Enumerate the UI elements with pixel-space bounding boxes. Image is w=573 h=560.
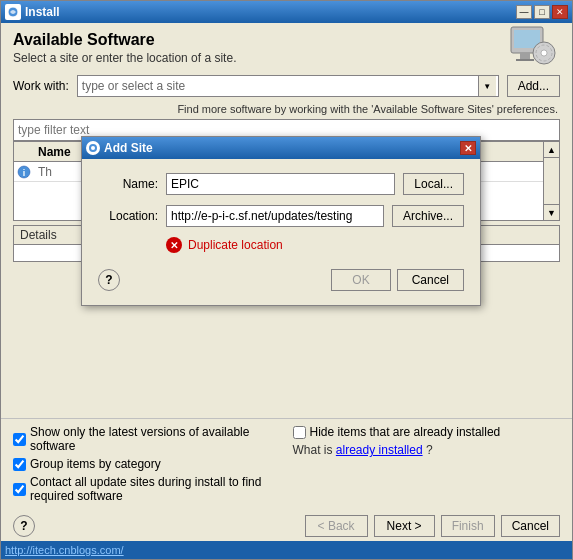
location-field-row: Location: Archive... (98, 205, 464, 227)
location-input[interactable] (166, 205, 384, 227)
svg-rect-3 (520, 53, 530, 59)
group-by-category-checkbox[interactable] (13, 458, 26, 471)
ok-button[interactable]: OK (331, 269, 390, 291)
error-message: Duplicate location (188, 238, 283, 252)
modal-body: Name: Local... Location: Archive... ✕ Du… (82, 159, 480, 305)
svg-point-11 (91, 146, 95, 150)
window-icon (5, 4, 21, 20)
left-options: Show only the latest versions of availab… (13, 425, 281, 507)
contact-sites-label: Contact all update sites during install … (30, 475, 281, 503)
options-columns: Show only the latest versions of availab… (13, 425, 560, 507)
name-input[interactable] (166, 173, 395, 195)
page-title: Available Software (13, 31, 560, 49)
page-subtitle: Select a site or enter the location of a… (13, 51, 560, 65)
right-options: Hide items that are already installed Wh… (293, 425, 561, 507)
add-site-dialog: Add Site ✕ Name: Local... Location: Arch… (81, 136, 481, 306)
close-window-button[interactable]: ✕ (552, 5, 568, 19)
scroll-down[interactable]: ▼ (544, 204, 559, 220)
window-controls: — □ ✕ (516, 5, 568, 19)
scroll-track (544, 158, 559, 204)
hide-row: Hide items that are already installed (293, 425, 561, 439)
name-field-label: Name: (98, 177, 158, 191)
combo-value: type or select a site (80, 79, 478, 93)
modal-bottom-row: ? OK Cancel (98, 265, 464, 291)
bottom-section: Show only the latest versions of availab… (1, 418, 572, 541)
checkbox-row-1: Show only the latest versions of availab… (13, 425, 281, 453)
modal-help-button[interactable]: ? (98, 269, 120, 291)
contact-update-sites-checkbox[interactable] (13, 483, 26, 496)
maximize-button[interactable]: □ (534, 5, 550, 19)
what-is-row: What is already installed ? (293, 443, 561, 457)
disk-icon (506, 25, 556, 71)
work-with-row: Work with: type or select a site ▼ Add..… (13, 75, 560, 97)
archive-button[interactable]: Archive... (392, 205, 464, 227)
hide-installed-label: Hide items that are already installed (310, 425, 501, 439)
modal-cancel-button[interactable]: Cancel (397, 269, 464, 291)
modal-title-bar: Add Site ✕ (82, 137, 480, 159)
latest-versions-label: Show only the latest versions of availab… (30, 425, 281, 453)
work-with-label: Work with: (13, 79, 69, 93)
minimize-button[interactable]: — (516, 5, 532, 19)
bottom-buttons: ? < Back Next > Finish Cancel (13, 515, 560, 537)
table-scrollbar[interactable]: ▲ ▼ (543, 142, 559, 220)
svg-rect-4 (516, 59, 534, 61)
help-button[interactable]: ? (13, 515, 35, 537)
scroll-up[interactable]: ▲ (544, 142, 559, 158)
modal-title: Add Site (104, 141, 456, 155)
location-field-label: Location: (98, 209, 158, 223)
checkbox-row-3: Contact all update sites during install … (13, 475, 281, 503)
modal-action-buttons: OK Cancel (331, 269, 464, 291)
finish-button[interactable]: Finish (441, 515, 495, 537)
name-field-row: Name: Local... (98, 173, 464, 195)
error-row: ✕ Duplicate location (98, 237, 464, 253)
cancel-main-button[interactable]: Cancel (501, 515, 560, 537)
svg-text:i: i (23, 168, 26, 178)
error-icon: ✕ (166, 237, 182, 253)
combo-dropdown-arrow[interactable]: ▼ (478, 76, 496, 96)
hide-installed-checkbox[interactable] (293, 426, 306, 439)
status-url: http://itech.cnblogs.com/ (5, 544, 124, 556)
local-button[interactable]: Local... (403, 173, 464, 195)
group-by-category-label: Group items by category (30, 457, 161, 471)
next-button[interactable]: Next > (374, 515, 435, 537)
main-window: Install — □ ✕ Available Software Select … (0, 0, 573, 560)
what-is-suffix: ? (426, 443, 433, 457)
checkbox-row-2: Group items by category (13, 457, 281, 471)
site-combo[interactable]: type or select a site ▼ (77, 75, 499, 97)
info-icon: i (14, 165, 34, 179)
info-text: Find more software by working with the '… (13, 103, 560, 115)
title-bar: Install — □ ✕ (1, 1, 572, 23)
status-bar: http://itech.cnblogs.com/ (1, 541, 572, 559)
latest-versions-checkbox[interactable] (13, 433, 26, 446)
window-title: Install (25, 5, 512, 19)
svg-point-6 (541, 50, 547, 56)
modal-icon (86, 141, 100, 155)
modal-close-button[interactable]: ✕ (460, 141, 476, 155)
already-installed-link[interactable]: already installed (336, 443, 423, 457)
back-button[interactable]: < Back (305, 515, 368, 537)
add-button[interactable]: Add... (507, 75, 560, 97)
what-is-text: What is (293, 443, 333, 457)
